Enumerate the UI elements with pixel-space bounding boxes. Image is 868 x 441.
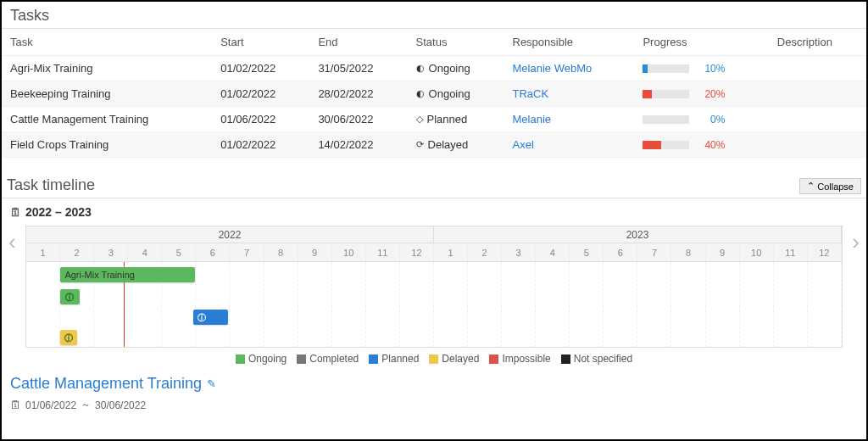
gantt-month-header: 7 xyxy=(230,243,264,261)
legend-item: Completed xyxy=(297,353,359,365)
task-status: ⟳Delayed xyxy=(416,138,496,151)
gantt-month-header: 10 xyxy=(740,243,774,261)
legend-item: Impossible xyxy=(489,353,550,365)
task-detail-title[interactable]: Cattle Management Training ✎ xyxy=(2,370,866,394)
legend-label: Planned xyxy=(381,353,419,365)
year-range-text: 2022 – 2023 xyxy=(25,205,92,219)
gantt-chart: 20222023 123456789101112123456789101112 … xyxy=(25,226,843,348)
tasks-header-row: Task Start End Status Responsible Progre… xyxy=(2,29,866,56)
task-status: ◐Ongoing xyxy=(416,87,496,100)
gantt-month-header: 12 xyxy=(400,243,434,261)
progress-bar xyxy=(643,90,689,98)
info-icon: ⓘ xyxy=(64,333,73,343)
status-text: Ongoing xyxy=(429,62,470,75)
gantt-bar-delayed[interactable]: ⓘ xyxy=(60,330,76,345)
table-row[interactable]: Field Crops Training01/02/202214/02/2022… xyxy=(2,132,866,158)
progress-bar xyxy=(643,141,689,149)
status-icon: ◇ xyxy=(416,114,423,125)
calendar-icon: 🗓 xyxy=(10,399,21,411)
legend-label: Completed xyxy=(309,353,359,365)
gantt-month-header: 12 xyxy=(808,243,842,261)
legend-swatch xyxy=(561,354,570,364)
col-status[interactable]: Status xyxy=(408,29,504,56)
table-row[interactable]: Beekeeping Training01/02/202228/02/2022◐… xyxy=(2,81,866,107)
col-task[interactable]: Task xyxy=(2,29,212,56)
task-detail-end: 30/06/2022 xyxy=(95,399,146,411)
gantt-month-header: 6 xyxy=(604,243,637,261)
task-status: ◇Planned xyxy=(416,113,496,126)
status-text: Delayed xyxy=(428,138,469,151)
col-end[interactable]: End xyxy=(309,29,407,56)
legend-item: Not specified xyxy=(561,353,632,365)
timeline-year-range: 🗓 2022 – 2023 xyxy=(2,198,866,226)
legend-swatch xyxy=(369,354,378,364)
legend-item: Planned xyxy=(369,353,419,365)
calendar-icon: 🗓 xyxy=(10,206,21,219)
gantt-bar-ongoing[interactable]: ⓘ xyxy=(60,289,79,304)
collapse-label: Collapse xyxy=(817,181,854,192)
gantt-year-header: 2022 xyxy=(26,226,434,243)
task-end: 30/06/2022 xyxy=(309,107,407,132)
gantt-month-header: 5 xyxy=(570,243,604,261)
responsible-link[interactable]: Melanie xyxy=(513,113,552,126)
task-detail-title-text: Cattle Management Training xyxy=(10,375,202,393)
gantt-prev-button[interactable]: ‹ xyxy=(8,229,16,255)
col-responsible[interactable]: Responsible xyxy=(504,29,635,56)
task-start: 01/02/2022 xyxy=(212,56,309,81)
gantt-legend: OngoingCompletedPlannedDelayedImpossible… xyxy=(2,348,866,370)
task-start: 01/06/2022 xyxy=(212,107,309,132)
edit-icon[interactable]: ✎ xyxy=(207,377,216,390)
legend-swatch xyxy=(236,354,245,364)
task-end: 31/05/2022 xyxy=(309,56,407,81)
responsible-link[interactable]: TRaCK xyxy=(513,87,549,100)
gantt-month-header: 11 xyxy=(774,243,808,261)
table-row[interactable]: Cattle Management Training01/06/202230/0… xyxy=(2,107,866,132)
task-detail-start: 01/06/2022 xyxy=(25,399,76,411)
gantt-month-header: 11 xyxy=(366,243,400,261)
gantt-bar-planned[interactable]: ⓘ xyxy=(193,310,227,325)
legend-label: Delayed xyxy=(442,353,479,365)
task-end: 14/02/2022 xyxy=(309,132,407,158)
legend-item: Ongoing xyxy=(236,353,287,365)
responsible-link[interactable]: Melanie WebMo xyxy=(513,62,593,75)
task-status: ◐Ongoing xyxy=(416,62,496,75)
gantt-month-header: 8 xyxy=(264,243,298,261)
task-end: 28/02/2022 xyxy=(309,81,407,107)
gantt-month-header: 9 xyxy=(298,243,332,261)
status-text: Ongoing xyxy=(429,87,470,100)
progress-bar xyxy=(643,64,689,73)
status-icon: ⟳ xyxy=(416,139,424,150)
col-start[interactable]: Start xyxy=(212,29,309,56)
tasks-table: Task Start End Status Responsible Progre… xyxy=(2,29,866,158)
legend-item: Delayed xyxy=(429,353,479,365)
gantt-month-header: 5 xyxy=(162,243,196,261)
task-start: 01/02/2022 xyxy=(212,132,309,158)
progress-value: 10% xyxy=(699,63,725,75)
gantt-month-header: 6 xyxy=(196,243,230,261)
gantt-bar-ongoing[interactable]: Agri-Mix Training xyxy=(60,267,195,282)
task-name: Field Crops Training xyxy=(2,132,212,158)
col-progress[interactable]: Progress xyxy=(634,29,768,56)
col-description[interactable]: Description xyxy=(769,29,866,56)
gantt-month-header: 9 xyxy=(706,243,740,261)
gantt-month-header: 8 xyxy=(671,243,705,261)
collapse-button[interactable]: ⌃ Collapse xyxy=(799,178,861,194)
gantt-year-header: 2023 xyxy=(434,226,842,243)
timeline-title: Task timeline xyxy=(7,176,95,194)
legend-label: Ongoing xyxy=(248,353,287,365)
gantt-month-header: 3 xyxy=(502,243,536,261)
gantt-month-header: 1 xyxy=(434,243,468,261)
task-name: Agri-Mix Training xyxy=(2,56,212,81)
legend-label: Impossible xyxy=(502,353,550,365)
task-name: Beekeeping Training xyxy=(2,81,212,107)
info-icon: ⓘ xyxy=(198,313,206,322)
legend-label: Not specified xyxy=(574,353,632,365)
gantt-month-header: 7 xyxy=(637,243,671,261)
chevron-up-icon: ⌃ xyxy=(807,181,815,192)
responsible-link[interactable]: Axel xyxy=(513,138,534,151)
gantt-next-button[interactable]: › xyxy=(852,229,860,255)
table-row[interactable]: Agri-Mix Training01/02/202231/05/2022◐On… xyxy=(2,56,866,81)
progress-value: 40% xyxy=(699,139,725,151)
task-name: Cattle Management Training xyxy=(2,107,212,132)
gantt-month-header: 10 xyxy=(332,243,366,261)
